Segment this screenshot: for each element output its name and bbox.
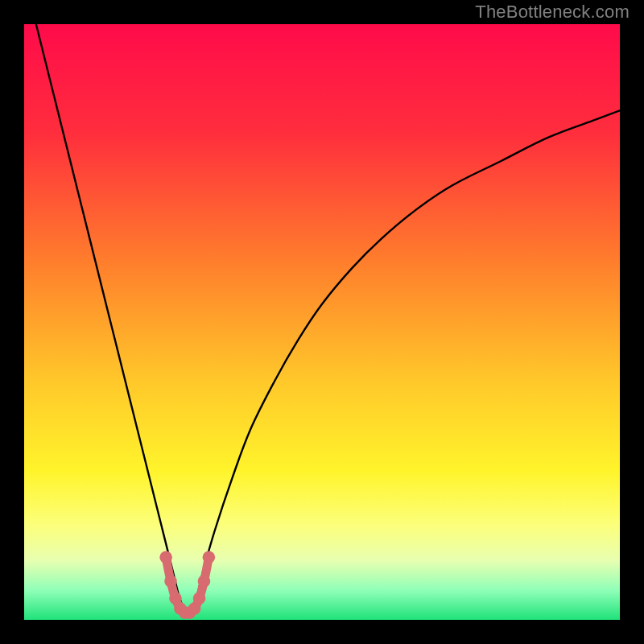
gradient-background <box>24 24 620 620</box>
valley-marker <box>193 592 206 605</box>
valley-marker <box>164 575 177 588</box>
chart-svg <box>24 24 620 620</box>
valley-marker <box>198 575 211 588</box>
chart-stage: TheBottleneck.com <box>0 0 644 644</box>
valley-marker <box>203 551 216 564</box>
valley-marker <box>159 551 172 564</box>
watermark-text: TheBottleneck.com <box>475 2 630 23</box>
